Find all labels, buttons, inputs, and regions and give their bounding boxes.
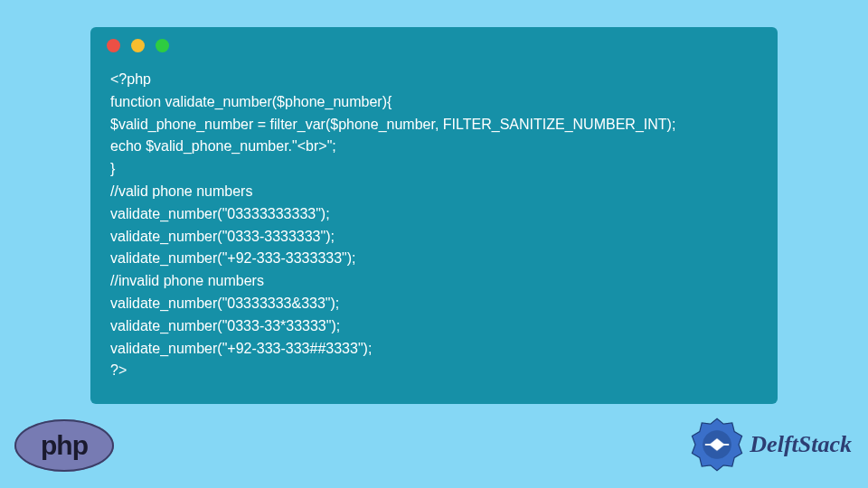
delftstack-text: DelftStack bbox=[750, 431, 852, 458]
minimize-dot-icon bbox=[131, 39, 145, 52]
window-titlebar bbox=[90, 27, 778, 63]
delftstack-badge-icon bbox=[690, 418, 744, 472]
maximize-dot-icon bbox=[156, 39, 169, 52]
close-dot-icon bbox=[107, 39, 120, 52]
delftstack-logo: DelftStack bbox=[690, 418, 852, 472]
php-logo: php bbox=[14, 419, 114, 472]
code-window: <?php function validate_number($phone_nu… bbox=[90, 27, 778, 404]
php-logo-text: php bbox=[41, 430, 88, 461]
code-block: <?php function validate_number($phone_nu… bbox=[90, 63, 778, 391]
